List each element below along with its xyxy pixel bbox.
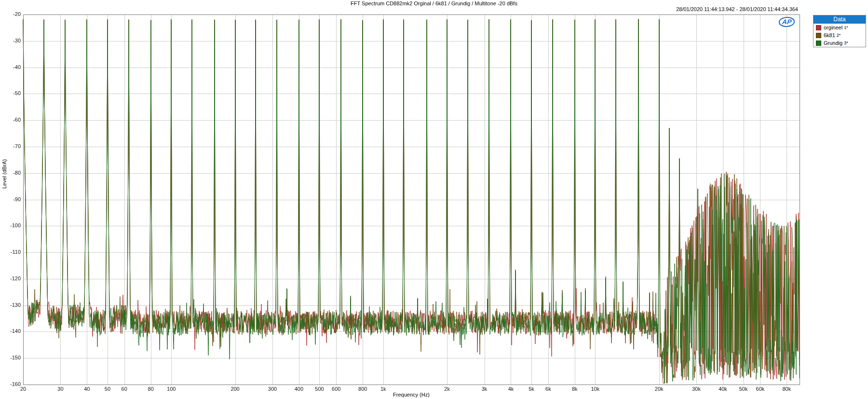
- series-label: orgineel: [824, 25, 842, 30]
- series-color-swatch-brown: [816, 33, 821, 38]
- spectrum-plot-canvas: [0, 0, 868, 399]
- series-index: 2*: [837, 33, 841, 38]
- measurement-timestamp: 28/01/2020 11:44:13.942 - 28/01/2020 11:…: [676, 6, 798, 12]
- series-label: Grundig: [824, 40, 842, 46]
- series-label: 6k81: [824, 32, 835, 38]
- series-color-swatch-green: [816, 41, 821, 46]
- chart-title: FFT Spectrum CD882mk2 Orginal / 6k81 / G…: [0, 0, 868, 6]
- series-index: 3*: [844, 41, 848, 45]
- legend-header: Data: [814, 15, 866, 24]
- legend-item-grundig[interactable]: Grundig 3*: [814, 39, 866, 47]
- legend-item-orgineel[interactable]: orgineel 1*: [814, 24, 866, 31]
- x-axis-title: Frequency (Hz): [23, 392, 800, 398]
- y-axis-title: Level (dBrA): [1, 159, 7, 189]
- series-index: 1*: [844, 25, 848, 30]
- data-legend: Data orgineel 1* 6k81 2* Grundig 3*: [813, 15, 866, 47]
- series-color-swatch-red: [816, 25, 821, 30]
- legend-item-6k81[interactable]: 6k81 2*: [814, 31, 866, 39]
- fft-analyzer-window: FFT Spectrum CD882mk2 Orginal / 6k81 / G…: [0, 0, 868, 399]
